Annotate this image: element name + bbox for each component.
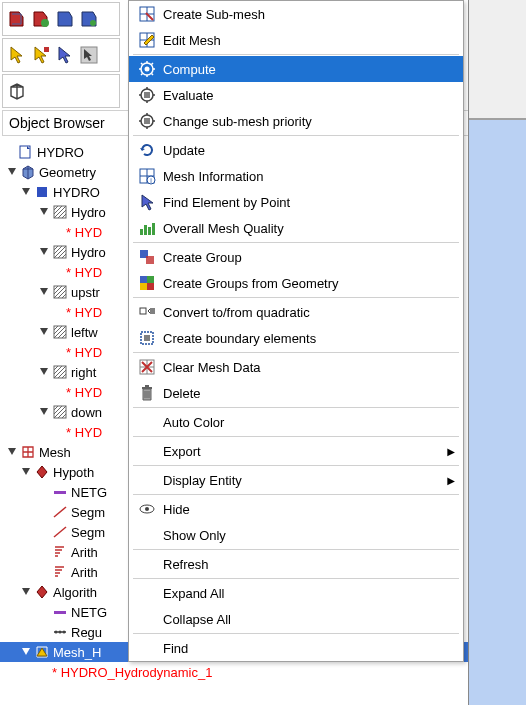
menu-label: Hide [163,502,190,517]
regular-icon [52,624,68,640]
collapse-icon[interactable] [38,406,50,418]
menu-label: Overall Mesh Quality [163,221,284,236]
menu-separator [133,494,459,495]
menu-clear-mesh[interactable]: Clear Mesh Data [129,354,463,380]
toolbar-button-2[interactable] [31,9,51,29]
svg-rect-43 [142,387,152,389]
menu-collapse-all[interactable]: Collapse All [129,606,463,632]
edit-mesh-icon [137,31,157,49]
netgen-icon [52,484,68,500]
hatch-icon [52,364,68,380]
svg-point-1 [90,20,96,26]
tree-label: right [71,365,96,380]
cursor-button-2[interactable] [31,45,51,65]
menu-separator [133,242,459,243]
menu-change-priority[interactable]: Change sub-mesh priority [129,108,463,134]
arith-icon [52,564,68,580]
menu-separator [133,54,459,55]
cursor-button-1[interactable] [7,45,27,65]
collapse-icon[interactable] [20,466,32,478]
collapse-icon[interactable] [38,246,50,258]
tree-label: Hypoth [53,465,94,480]
collapse-icon[interactable] [38,206,50,218]
collapse-icon[interactable] [20,646,32,658]
menu-label: Refresh [163,557,209,572]
collapse-icon[interactable] [6,446,18,458]
menu-find[interactable]: Find [129,635,463,661]
collapse-icon[interactable] [20,186,32,198]
menu-overall-quality[interactable]: Overall Mesh Quality [129,215,463,241]
tree-item[interactable]: * HYDRO_Hydrodynamic_1 [0,662,526,682]
menu-label: Create Groups from Geometry [163,276,339,291]
collapse-icon[interactable] [38,366,50,378]
svg-rect-5 [37,187,47,197]
menu-label: Collapse All [163,612,231,627]
menu-edit-mesh[interactable]: Edit Mesh [129,27,463,53]
svg-rect-38 [140,308,146,314]
menu-label: Mesh Information [163,169,263,184]
cursor-button-3[interactable] [55,45,75,65]
menu-expand-all[interactable]: Expand All [129,580,463,606]
toolbar-2 [2,38,120,72]
tree-label: * HYD [66,385,102,400]
menu-find-element[interactable]: Find Element by Point [129,189,463,215]
menu-delete[interactable]: Delete [129,380,463,406]
cursor-button-4[interactable] [79,45,99,65]
menu-label: Create Sub-mesh [163,7,265,22]
menu-display-entity[interactable]: Display Entity▶ [129,467,463,493]
right-panel [468,0,526,705]
toolbar-1 [2,2,120,36]
hatch-icon [52,244,68,260]
menu-convert-quadratic[interactable]: Convert to/from quadratic [129,299,463,325]
toolbar-button-1[interactable] [7,9,27,29]
update-icon [137,141,157,159]
menu-compute[interactable]: Compute [129,56,463,82]
menu-auto-color[interactable]: Auto Color [129,409,463,435]
menu-export[interactable]: Export▶ [129,438,463,464]
collapse-icon[interactable] [20,586,32,598]
menu-update[interactable]: Update [129,137,463,163]
menu-create-group[interactable]: Create Group [129,244,463,270]
menu-evaluate[interactable]: Evaluate [129,82,463,108]
menu-show-only[interactable]: Show Only [129,522,463,548]
hide-icon [137,500,157,518]
hatch-icon [52,284,68,300]
menu-refresh[interactable]: Refresh [129,551,463,577]
menu-separator [133,549,459,550]
svg-point-14 [55,631,58,634]
algorithm-icon [34,584,50,600]
tree-label: Algorith [53,585,97,600]
svg-rect-34 [140,276,147,283]
mesh-info-icon: i [137,167,157,185]
tree-label: HYDRO [53,185,100,200]
toolbar-3 [2,74,120,108]
menu-separator [133,297,459,298]
menu-separator [133,465,459,466]
menu-create-submesh[interactable]: Create Sub-mesh [129,1,463,27]
menu-create-groups-geom[interactable]: Create Groups from Geometry [129,270,463,296]
tree-label: * HYD [66,305,102,320]
menu-mesh-info[interactable]: iMesh Information [129,163,463,189]
tree-label: Segm [71,505,105,520]
file-icon [18,144,34,160]
collapse-icon[interactable] [38,286,50,298]
menu-create-boundary[interactable]: Create boundary elements [129,325,463,351]
toolbar-button-4[interactable] [79,9,99,29]
collapse-icon[interactable] [38,326,50,338]
create-group-icon [137,248,157,266]
collapse-icon[interactable] [6,166,18,178]
svg-rect-44 [145,385,149,387]
svg-rect-30 [148,227,151,235]
menu-label: Update [163,143,205,158]
toolbar-button-3[interactable] [55,9,75,29]
tree-label: Arith [71,545,98,560]
find-element-icon [137,193,157,211]
cube-button[interactable] [7,81,27,101]
svg-point-20 [145,67,150,72]
menu-hide[interactable]: Hide [129,496,463,522]
hatch-icon [52,204,68,220]
mesh-warning-icon [34,644,50,660]
blank-icon [137,610,157,628]
svg-point-46 [145,507,149,511]
tree-label: * HYD [66,225,102,240]
